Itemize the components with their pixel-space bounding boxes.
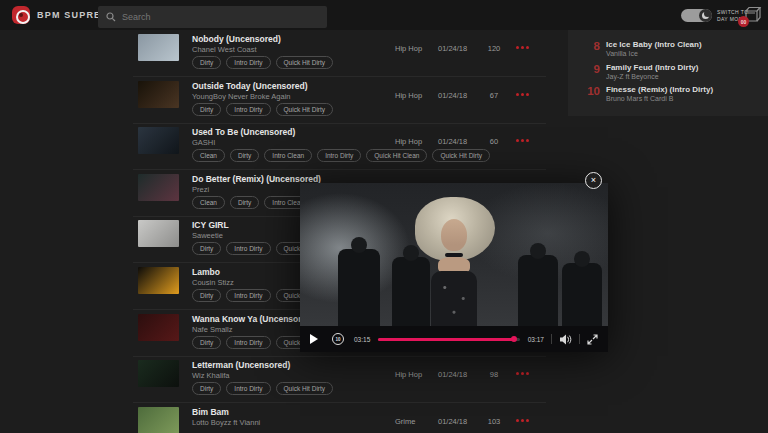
track-date: 01/24/18: [438, 137, 467, 146]
tag-pill[interactable]: Intro Dirty: [226, 242, 270, 255]
tag-pill[interactable]: Quick Hit Dirty: [276, 56, 334, 69]
track-thumbnail[interactable]: [138, 407, 179, 433]
backup-dancer: [338, 249, 380, 326]
track-title[interactable]: Used To Be (Uncensored): [192, 127, 295, 137]
backup-dancer: [518, 255, 558, 326]
player-controls-bar: 10 03:15 03:17: [300, 326, 608, 352]
toggle-knob: [699, 9, 712, 22]
divider: [579, 334, 580, 344]
track-thumbnail[interactable]: [138, 267, 179, 294]
tag-pill[interactable]: Clean: [192, 196, 225, 209]
tag-pill[interactable]: Intro Dirty: [226, 336, 270, 349]
fullscreen-button[interactable]: [587, 334, 598, 345]
track-row: Outside Today (Uncensored)YoungBoy Never…: [133, 77, 546, 124]
crate-count-badge: 00: [738, 16, 749, 27]
tag-pill[interactable]: Intro Clean: [264, 149, 312, 162]
track-title[interactable]: Outside Today (Uncensored): [192, 81, 308, 91]
track-thumbnail[interactable]: [138, 314, 179, 341]
track-thumbnail[interactable]: [138, 360, 179, 387]
track-artist[interactable]: GASHI: [192, 138, 215, 147]
track-thumbnail[interactable]: [138, 81, 179, 108]
track-title[interactable]: ICY GIRL: [192, 220, 229, 230]
day-mode-toggle[interactable]: [681, 9, 712, 22]
video-player-modal: 10 03:15 03:17: [300, 183, 608, 352]
track-title[interactable]: Wanna Know Ya (Uncensored): [192, 314, 314, 324]
track-artist[interactable]: Saweetie: [192, 231, 223, 240]
tag-pill[interactable]: Quick Hit Dirty: [432, 149, 490, 162]
tag-pill[interactable]: Clean: [192, 149, 225, 162]
track-artist[interactable]: Wiz Khalifa: [192, 371, 230, 380]
track-title[interactable]: Letterman (Uncensored): [192, 360, 290, 370]
close-icon[interactable]: ×: [585, 172, 602, 189]
track-artist[interactable]: Cousin Stizz: [192, 278, 234, 287]
chart-item[interactable]: 10Finesse (Remix) (Intro Dirty)Bruno Mar…: [568, 84, 768, 106]
track-thumbnail[interactable]: [138, 34, 179, 61]
track-row: Letterman (Uncensored)Wiz KhalifaDirtyIn…: [133, 356, 546, 403]
track-artist[interactable]: YoungBoy Never Broke Again: [192, 92, 291, 101]
tag-pill[interactable]: Intro Dirty: [226, 382, 270, 395]
track-date: 01/24/18: [438, 417, 467, 426]
tag-pill[interactable]: Dirty: [192, 382, 221, 395]
divider: [551, 334, 552, 344]
chart-item[interactable]: 9Family Feud (Intro Dirty)Jay-Z ft Beyon…: [568, 62, 768, 84]
track-artist[interactable]: Nafe Smallz: [192, 325, 232, 334]
crate-button[interactable]: 00: [742, 4, 764, 26]
tag-pill[interactable]: Quick Hit Dirty: [276, 103, 334, 116]
replay-10-button[interactable]: 10: [332, 333, 344, 345]
tag-pill[interactable]: Dirty: [192, 56, 221, 69]
track-thumbnail[interactable]: [138, 127, 179, 154]
tag-pill[interactable]: Dirty: [192, 242, 221, 255]
track-genre: Hip Hop: [395, 44, 422, 53]
track-bpm: 98: [480, 370, 508, 379]
track-row: Nobody (Uncensored)Chanel West CoastDirt…: [133, 30, 546, 77]
tag-pill[interactable]: Intro Dirty: [226, 289, 270, 302]
track-options-button[interactable]: [516, 46, 529, 49]
tag-pill[interactable]: Intro Dirty: [317, 149, 361, 162]
chart-track-artist: Bruno Mars ft Cardi B: [606, 95, 673, 102]
bpm-supreme-logo-icon[interactable]: [12, 6, 30, 24]
track-options-button[interactable]: [516, 93, 529, 96]
tag-pill[interactable]: Dirty: [192, 336, 221, 349]
track-artist[interactable]: Prezi: [192, 185, 209, 194]
track-thumbnail[interactable]: [138, 220, 179, 247]
progress-bar[interactable]: [378, 338, 519, 341]
track-options-button[interactable]: [516, 139, 529, 142]
track-tags: DirtyIntro DirtyQuick Hit Dirty: [192, 56, 333, 69]
chart-rank: 10: [576, 85, 600, 97]
track-title[interactable]: Bim Bam: [192, 407, 229, 417]
track-title[interactable]: Nobody (Uncensored): [192, 34, 281, 44]
duration-time: 03:17: [528, 336, 544, 343]
chart-rank: 9: [576, 63, 600, 75]
track-genre: Hip Hop: [395, 91, 422, 100]
tag-pill[interactable]: Quick Hit Clean: [366, 149, 427, 162]
tag-pill[interactable]: Intro Dirty: [226, 56, 270, 69]
tag-pill[interactable]: Dirty: [192, 289, 221, 302]
track-bpm: 103: [480, 417, 508, 426]
track-options-button[interactable]: [516, 372, 529, 375]
track-thumbnail[interactable]: [138, 174, 179, 201]
play-button[interactable]: [310, 334, 318, 344]
tag-pill[interactable]: Dirty: [192, 103, 221, 116]
track-artist[interactable]: Lotto Boyzz ft Vianni: [192, 418, 260, 427]
tag-pill[interactable]: Dirty: [230, 149, 259, 162]
track-genre: Hip Hop: [395, 137, 422, 146]
track-tags: DirtyIntro DirtyQuick Hit Dirty: [192, 382, 333, 395]
music-video-frame[interactable]: [300, 183, 608, 326]
top-tracks-panel: 8Ice Ice Baby (Intro Clean)Vanilla Ice9F…: [568, 30, 768, 116]
bpm-supreme-app: BPM SUPREME SWITCH TO DAY MODE 00: [0, 0, 768, 433]
track-options-button[interactable]: [516, 419, 529, 422]
chart-track-title: Family Feud (Intro Dirty): [606, 63, 698, 72]
tag-pill[interactable]: Quick Hit Dirty: [276, 382, 334, 395]
backup-dancer: [392, 257, 430, 326]
track-genre: Grime: [395, 417, 415, 426]
tag-pill[interactable]: Dirty: [230, 196, 259, 209]
volume-button[interactable]: [559, 334, 572, 345]
track-artist[interactable]: Chanel West Coast: [192, 45, 256, 54]
moon-icon: [702, 12, 709, 19]
progress-knob[interactable]: [511, 336, 517, 342]
chart-item[interactable]: 8Ice Ice Baby (Intro Clean)Vanilla Ice: [568, 39, 768, 61]
search-icon: [106, 12, 116, 22]
tag-pill[interactable]: Intro Dirty: [226, 103, 270, 116]
track-title[interactable]: Lambo: [192, 267, 220, 277]
search-input[interactable]: [122, 12, 302, 22]
